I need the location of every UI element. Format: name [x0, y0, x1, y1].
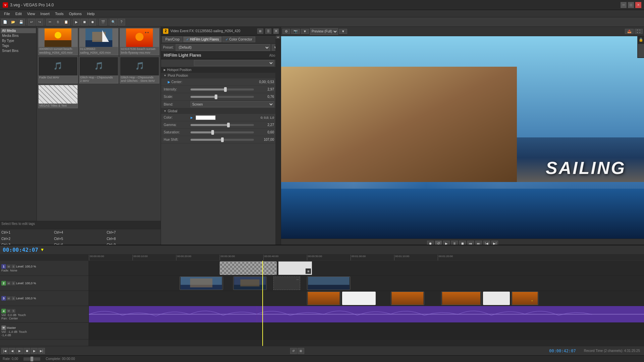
- intensity-slider[interactable]: [191, 88, 254, 90]
- tab-color-corrector[interactable]: ✓ Color Corrector: [222, 37, 255, 42]
- preview-gear[interactable]: ⚙: [282, 29, 290, 34]
- tree-by-type[interactable]: By Type: [1, 38, 36, 43]
- track-3-mute[interactable]: M: [7, 296, 11, 300]
- pivot-section[interactable]: ▼ Pivot Position: [161, 73, 281, 78]
- new-button[interactable]: 📄: [1, 19, 9, 25]
- preset-select[interactable]: (Default): [176, 44, 270, 51]
- stop-button[interactable]: ⏹: [81, 19, 88, 25]
- maximize-button[interactable]: □: [628, 2, 634, 8]
- preview-quality-select[interactable]: Preview (Full): [310, 28, 338, 35]
- scroll-up-btn[interactable]: ▲: [276, 36, 280, 39]
- menu-options[interactable]: Options: [66, 11, 85, 16]
- color-swatch[interactable]: [196, 115, 216, 120]
- clip-v2-sail1[interactable]: [179, 277, 223, 290]
- track-1-mute[interactable]: M: [7, 264, 11, 268]
- menu-insert[interactable]: Insert: [38, 11, 52, 16]
- track-2-mute[interactable]: M: [7, 281, 11, 285]
- close-button[interactable]: ✕: [635, 2, 641, 8]
- clip-v3-orange4[interactable]: +: [512, 292, 538, 305]
- flare-type-select[interactable]: [194, 60, 274, 66]
- preview-snap[interactable]: 📷: [291, 29, 300, 34]
- tree-media-bins[interactable]: Media Bins: [1, 33, 36, 38]
- menu-view[interactable]: View: [24, 11, 38, 16]
- clip-v1-white[interactable]: ⊞: [278, 261, 312, 275]
- tl-play-from-start[interactable]: |◀: [1, 348, 8, 354]
- clip-v2-sail2[interactable]: [233, 277, 267, 290]
- media-item-beach[interactable]: 00098010-sunset-beach-wedding_H264_420.m…: [38, 28, 78, 55]
- save-button[interactable]: 💾: [17, 19, 25, 25]
- media-item-fadeout[interactable]: 🎵 Fade Out.WAV: [38, 57, 78, 84]
- clip-v3-orange1[interactable]: [307, 292, 340, 305]
- clip-v1-transparent[interactable]: [220, 261, 277, 275]
- clip-v3-orange2[interactable]: [391, 292, 424, 305]
- track-1-solo[interactable]: S: [11, 264, 15, 268]
- zoom-button[interactable]: 🔍: [110, 19, 117, 25]
- track-4-lane[interactable]: [89, 306, 644, 323]
- menu-edit[interactable]: Edit: [13, 11, 24, 16]
- hotspot-section[interactable]: ▶ Hotspot Position: [161, 67, 281, 73]
- preview-more[interactable]: ▼: [339, 29, 347, 34]
- preview-export[interactable]: 📤: [625, 29, 634, 34]
- global-section[interactable]: ▼ Global: [161, 108, 281, 114]
- tl-prev-frame[interactable]: ◀: [9, 348, 15, 354]
- audio-waveform-clip[interactable]: [89, 306, 644, 322]
- tl-go-end[interactable]: ▶|: [38, 348, 45, 354]
- hue-slider[interactable]: [191, 139, 254, 141]
- vfx-scrollbar[interactable]: ▲ ▼: [275, 36, 281, 258]
- minimize-button[interactable]: ─: [621, 2, 627, 8]
- render-button[interactable]: 🎬: [99, 19, 107, 25]
- tree-smart-bins[interactable]: Smart Bins: [1, 48, 36, 53]
- track-3-lane[interactable]: +: [89, 291, 644, 306]
- scale-slider[interactable]: [191, 96, 254, 98]
- clip-v3-white2[interactable]: [483, 292, 510, 305]
- color-expand[interactable]: ▶: [191, 116, 193, 119]
- tl-snap[interactable]: ⊞: [298, 348, 304, 354]
- menu-file[interactable]: File: [1, 11, 13, 16]
- clip-v3-white[interactable]: [342, 292, 376, 305]
- track-4-mute[interactable]: M: [7, 309, 11, 313]
- media-item-glitch1[interactable]: 🎵 Glitch Hop - Chipsounds 2.WAV: [79, 57, 119, 84]
- preview-side-btn[interactable]: [638, 44, 644, 57]
- clip-v2-merge[interactable]: ↔: [273, 277, 300, 290]
- media-item-glitch2[interactable]: 🎵 Glitch Hop - Chipsounds and Glitches -…: [120, 57, 159, 84]
- saturation-slider[interactable]: [191, 131, 254, 133]
- timeline-ruler[interactable]: 00:00:00:00 00:00:10:00 00:00:20:00 00:0…: [89, 255, 644, 261]
- tab-pan-crop[interactable]: Pan/Crop: [162, 37, 182, 42]
- cut-button[interactable]: ✂: [46, 19, 54, 25]
- record-button[interactable]: ⏺: [89, 19, 96, 25]
- tab-hitfilm[interactable]: ✓ HitFilm Light Flares: [183, 37, 222, 42]
- blend-select[interactable]: Screen: [191, 101, 274, 107]
- play-button[interactable]: ▶: [73, 19, 80, 25]
- track-4-solo[interactable]: S: [11, 309, 15, 313]
- vfx-close-button[interactable]: ✕: [273, 28, 279, 34]
- tags-input[interactable]: Select files to edit tags: [0, 221, 161, 229]
- copy-button[interactable]: ⎘: [54, 19, 62, 25]
- tl-loop[interactable]: ↺: [290, 348, 297, 354]
- help-icon-button[interactable]: ?: [118, 19, 125, 25]
- tl-play[interactable]: ▶: [16, 348, 23, 354]
- track-3-solo[interactable]: S: [11, 296, 15, 300]
- gamma-slider[interactable]: [191, 124, 254, 126]
- track-1-lane[interactable]: ⊞: [89, 261, 644, 276]
- open-button[interactable]: 📂: [9, 19, 17, 25]
- undo-button[interactable]: ↩: [28, 19, 35, 25]
- vfx-grid-view[interactable]: ⊞: [257, 28, 263, 34]
- media-item-sailing[interactable]: 011285662-sailing_H264_420.mov: [79, 28, 119, 55]
- preview-full-screen[interactable]: ⛶: [635, 29, 643, 34]
- rate-slider[interactable]: [23, 357, 40, 361]
- tl-next-frame[interactable]: ▶: [31, 348, 38, 354]
- track-content[interactable]: ⊞: [89, 261, 644, 346]
- menu-tools[interactable]: Tools: [52, 11, 66, 16]
- tree-all-media[interactable]: All Media: [1, 28, 36, 33]
- redo-button[interactable]: ↪: [36, 19, 43, 25]
- track-2-solo[interactable]: S: [11, 281, 15, 285]
- vfx-list-view[interactable]: ☰: [265, 28, 271, 34]
- clip-v3-orange3[interactable]: [441, 292, 481, 305]
- media-item-birds[interactable]: ✦✦ 023167636-beach-sunset-birds-flyaway-…: [120, 28, 159, 55]
- master-lane[interactable]: [89, 323, 644, 340]
- clip-v2-sail3[interactable]: [307, 277, 351, 290]
- tree-tags[interactable]: Tags: [1, 43, 36, 48]
- preview-options[interactable]: ▼: [301, 29, 309, 34]
- track-2-lane[interactable]: ↔: [89, 276, 644, 291]
- paste-button[interactable]: 📋: [62, 19, 70, 25]
